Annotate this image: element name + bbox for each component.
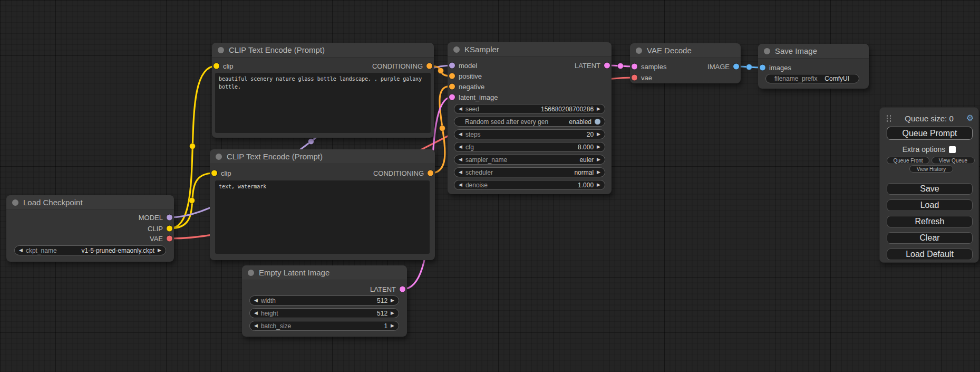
collapse-dot-icon[interactable] — [764, 48, 770, 54]
link-midpoint-dot[interactable] — [440, 126, 445, 131]
prev-value-arrow-icon[interactable]: ◀ — [19, 248, 23, 253]
sampler-name-widget[interactable]: ◀ sampler_name euler ▶ — [454, 155, 605, 165]
batch-size-widget[interactable]: ◀ batch_size 1 ▶ — [249, 321, 399, 331]
random-seed-widget[interactable]: Random seed after every gen enabled — [454, 117, 605, 127]
node-empty-latent-image[interactable]: Empty Latent Image LATENT ◀ width 512 ▶ … — [242, 265, 407, 337]
increase-arrow-icon[interactable]: ▶ — [391, 311, 394, 316]
node-clip-text-encode-positive[interactable]: CLIP Text Encode (Prompt) clip CONDITION… — [212, 43, 434, 138]
queue-prompt-button[interactable]: Queue Prompt — [887, 127, 973, 140]
increase-arrow-icon[interactable]: ▶ — [597, 132, 600, 137]
collapse-dot-icon[interactable] — [453, 46, 460, 53]
node-title-bar[interactable]: VAE Decode — [630, 43, 741, 58]
width-widget[interactable]: ◀ width 512 ▶ — [249, 295, 399, 306]
node-title-bar[interactable]: CLIP Text Encode (Prompt) — [212, 43, 434, 58]
increase-arrow-icon[interactable]: ▶ — [391, 323, 394, 328]
queue-front-button[interactable]: Queue Front — [887, 157, 929, 164]
slot-label: VAE — [150, 235, 163, 243]
collapse-dot-icon[interactable] — [12, 199, 18, 206]
prev-value-arrow-icon[interactable]: ◀ — [459, 170, 462, 175]
increase-arrow-icon[interactable]: ▶ — [597, 107, 600, 111]
positive-input-dot[interactable] — [449, 73, 455, 79]
model-output-dot[interactable] — [167, 215, 172, 221]
denoise-widget[interactable]: ◀ denoise 1.000 ▶ — [454, 180, 605, 190]
link-midpoint-dot[interactable] — [189, 198, 195, 204]
decrease-arrow-icon[interactable]: ◀ — [254, 298, 258, 303]
node-title-bar[interactable]: Load Checkpoint — [6, 195, 174, 210]
decrease-arrow-icon[interactable]: ◀ — [459, 145, 462, 149]
decrease-arrow-icon[interactable]: ◀ — [254, 323, 258, 328]
view-history-button[interactable]: View History — [909, 165, 953, 173]
prev-value-arrow-icon[interactable]: ◀ — [459, 157, 462, 162]
slot-label: positive — [459, 72, 482, 80]
view-queue-button[interactable]: View Queue — [932, 157, 975, 164]
decrease-arrow-icon[interactable]: ◀ — [254, 311, 258, 316]
link-midpoint-dot[interactable] — [190, 144, 196, 149]
node-vae-decode[interactable]: VAE Decode samples IMAGE vae — [630, 43, 741, 83]
latent-output-dot[interactable] — [604, 63, 610, 69]
queue-menu-panel[interactable]: Queue size: 0 ⚙ Queue Prompt Extra optio… — [879, 107, 979, 263]
link-midpoint-dot[interactable] — [438, 68, 444, 74]
node-title-bar[interactable]: CLIP Text Encode (Prompt) — [210, 149, 435, 164]
next-value-arrow-icon[interactable]: ▶ — [597, 170, 600, 175]
collapse-dot-icon[interactable] — [216, 154, 222, 160]
comfyui-canvas[interactable]: { "glyphs": { "left_arrow": "◀", "right_… — [0, 0, 980, 372]
node-title-bar[interactable]: Empty Latent Image — [242, 265, 407, 280]
collapse-dot-icon[interactable] — [636, 47, 642, 54]
node-ksampler[interactable]: KSampler model LATENT positive negative … — [448, 42, 612, 194]
positive-prompt-textarea[interactable]: beautiful scenery nature glass bottle la… — [215, 73, 431, 133]
scheduler-widget[interactable]: ◀ scheduler normal ▶ — [454, 167, 605, 177]
node-save-image[interactable]: Save Image images filename_prefix ComfyU… — [758, 44, 869, 89]
negative-input-dot[interactable] — [449, 84, 455, 90]
link-midpoint-dot[interactable] — [618, 63, 624, 69]
toggle-enabled-icon[interactable] — [595, 119, 600, 125]
node-title-bar[interactable]: Save Image — [758, 44, 869, 59]
node-load-checkpoint[interactable]: Load Checkpoint MODEL CLIP VAE ◀ ckpt_na… — [6, 195, 174, 262]
load-button[interactable]: Load — [887, 199, 973, 211]
samples-input-dot[interactable] — [632, 64, 637, 70]
vae-input-dot[interactable] — [632, 75, 637, 81]
clip-output-dot[interactable] — [167, 226, 172, 232]
next-value-arrow-icon[interactable]: ▶ — [597, 157, 600, 162]
node-title-bar[interactable]: KSampler — [448, 42, 612, 57]
model-input-dot[interactable] — [449, 63, 455, 69]
clip-input-dot[interactable] — [214, 63, 219, 69]
latent-output-dot[interactable] — [400, 287, 405, 292]
negative-prompt-textarea[interactable]: text, watermark — [215, 180, 430, 254]
steps-widget[interactable]: ◀ steps 20 ▶ — [454, 129, 605, 139]
vae-output-dot[interactable] — [167, 236, 172, 242]
clear-button[interactable]: Clear — [887, 232, 973, 244]
conditioning-output-dot[interactable] — [426, 63, 432, 69]
save-button[interactable]: Save — [887, 183, 973, 195]
decrease-arrow-icon[interactable]: ◀ — [459, 183, 462, 187]
decrease-arrow-icon[interactable]: ◀ — [459, 107, 462, 111]
ckpt-name-widget[interactable]: ◀ ckpt_name v1-5-pruned-emaonly.ckpt ▶ — [14, 245, 166, 255]
increase-arrow-icon[interactable]: ▶ — [597, 183, 600, 187]
image-output-dot[interactable] — [733, 64, 739, 70]
load-default-button[interactable]: Load Default — [887, 249, 973, 260]
collapse-dot-icon[interactable] — [218, 47, 224, 53]
refresh-button[interactable]: Refresh — [887, 216, 973, 227]
filename-prefix-widget[interactable]: filename_prefix ComfyUI — [765, 74, 859, 83]
widget-value: 1.000 — [488, 182, 594, 189]
conditioning-output-dot[interactable] — [428, 170, 433, 176]
next-value-arrow-icon[interactable]: ▶ — [158, 248, 161, 253]
decrease-arrow-icon[interactable]: ◀ — [459, 132, 462, 137]
settings-gear-icon[interactable]: ⚙ — [966, 113, 974, 123]
cfg-widget[interactable]: ◀ cfg 8.000 ▶ — [454, 142, 605, 152]
images-input-dot[interactable] — [760, 65, 765, 71]
node-clip-text-encode-negative[interactable]: CLIP Text Encode (Prompt) clip CONDITION… — [210, 149, 435, 260]
link-midpoint-dot[interactable] — [308, 139, 314, 145]
increase-arrow-icon[interactable]: ▶ — [597, 145, 600, 149]
slot-label: LATENT — [370, 285, 396, 293]
increase-arrow-icon[interactable]: ▶ — [391, 298, 394, 303]
image-output-label: IMAGE — [707, 63, 730, 71]
latent-image-input-dot[interactable] — [449, 94, 455, 100]
slot-label: samples — [641, 63, 666, 71]
clip-input-dot[interactable] — [211, 170, 217, 176]
seed-widget[interactable]: ◀ seed 156680208700286 ▶ — [454, 104, 605, 114]
extra-options-checkbox[interactable] — [949, 146, 956, 153]
node-title: VAE Decode — [647, 46, 692, 55]
collapse-dot-icon[interactable] — [248, 270, 254, 276]
link-midpoint-dot[interactable] — [746, 64, 752, 70]
height-widget[interactable]: ◀ height 512 ▶ — [249, 308, 399, 318]
